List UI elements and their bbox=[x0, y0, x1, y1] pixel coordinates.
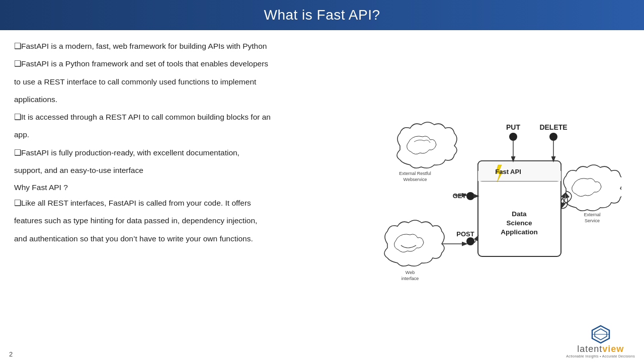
web-interface-cloud: Web interface bbox=[384, 220, 444, 281]
svg-text:DELETE: DELETE bbox=[539, 123, 567, 131]
svg-point-18 bbox=[466, 192, 474, 200]
post-label: POST bbox=[456, 230, 474, 245]
svg-text:Webservice: Webservice bbox=[404, 177, 427, 182]
slide-header: What is Fast API? bbox=[0, 0, 644, 30]
svg-text:Data: Data bbox=[512, 210, 527, 218]
svg-text:Service: Service bbox=[585, 218, 600, 223]
svg-text:PUT: PUT bbox=[506, 123, 520, 131]
bullet-2-cont2: applications. bbox=[14, 94, 327, 105]
svg-text:External Restful: External Restful bbox=[399, 171, 431, 176]
logo-text: latentview bbox=[577, 344, 624, 354]
bullet-3: ❑It is accessed through a REST API to ca… bbox=[14, 111, 327, 123]
svg-text:External: External bbox=[584, 212, 600, 217]
svg-point-14 bbox=[509, 133, 517, 141]
bullet-3-cont: app. bbox=[14, 129, 327, 140]
slide: What is Fast API? ❑FastAPI is a modern, … bbox=[0, 0, 644, 362]
bullet-4-cont: support, and an easy-to-use interface bbox=[14, 164, 327, 176]
why-heading: Why Fast API ? bbox=[14, 183, 327, 192]
put-label: PUT bbox=[506, 123, 520, 141]
delete-label: DELETE bbox=[539, 123, 567, 141]
svg-text:Web: Web bbox=[406, 270, 415, 275]
diagram-svg: External Restful Webservice Web interfac… bbox=[360, 96, 621, 292]
logo-icon bbox=[590, 325, 611, 344]
bullet-5-cont2: and authentication so that you don’t hav… bbox=[14, 233, 327, 244]
page-number: 2 bbox=[9, 350, 13, 358]
external-service-cloud: External Service bbox=[563, 165, 621, 223]
svg-text:POST: POST bbox=[456, 230, 474, 238]
svg-text:Application: Application bbox=[501, 228, 538, 236]
svg-line-25 bbox=[474, 236, 478, 243]
logo-latent: latent bbox=[577, 344, 602, 354]
svg-text:Science: Science bbox=[506, 219, 532, 227]
svg-text:interface: interface bbox=[401, 276, 419, 281]
logo-area: latentview Actionable Insights • Accurat… bbox=[566, 325, 635, 358]
svg-text:Fast API: Fast API bbox=[495, 168, 521, 175]
slide-title: What is Fast API? bbox=[264, 7, 380, 23]
bullet-2-cont: to use a REST interface to call commonly… bbox=[14, 76, 327, 87]
content-area: ❑FastAPI is a modern, fast, web framewor… bbox=[0, 30, 644, 362]
logo-view: view bbox=[602, 344, 624, 354]
svg-point-16 bbox=[549, 133, 557, 141]
svg-text:GET: GET bbox=[453, 192, 466, 200]
svg-point-20 bbox=[466, 237, 474, 245]
logo-tagline: Actionable Insights • Accurate Decisions bbox=[566, 354, 635, 358]
right-panel: External Restful Webservice Web interfac… bbox=[342, 30, 644, 362]
external-restful-cloud: External Restful Webservice bbox=[397, 122, 457, 182]
left-panel: ❑FastAPI is a modern, fast, web framewor… bbox=[0, 30, 342, 362]
bullet-5-cont: features such as type hinting for data p… bbox=[14, 215, 327, 226]
bullet-5: ❑Like all REST interfaces, FastAPI is ca… bbox=[14, 197, 327, 209]
diagram-container: External Restful Webservice Web interfac… bbox=[360, 96, 621, 297]
bullet-2: ❑FastAPI is a Python framework and set o… bbox=[14, 58, 327, 69]
fastapi-box: Fast API Data Science Application bbox=[478, 161, 561, 256]
get-label: GET bbox=[453, 192, 474, 200]
bullet-4: ❑FastAPI is fully production-ready, with… bbox=[14, 147, 327, 158]
bullet-1: ❑FastAPI is a modern, fast, web framewor… bbox=[14, 40, 327, 52]
